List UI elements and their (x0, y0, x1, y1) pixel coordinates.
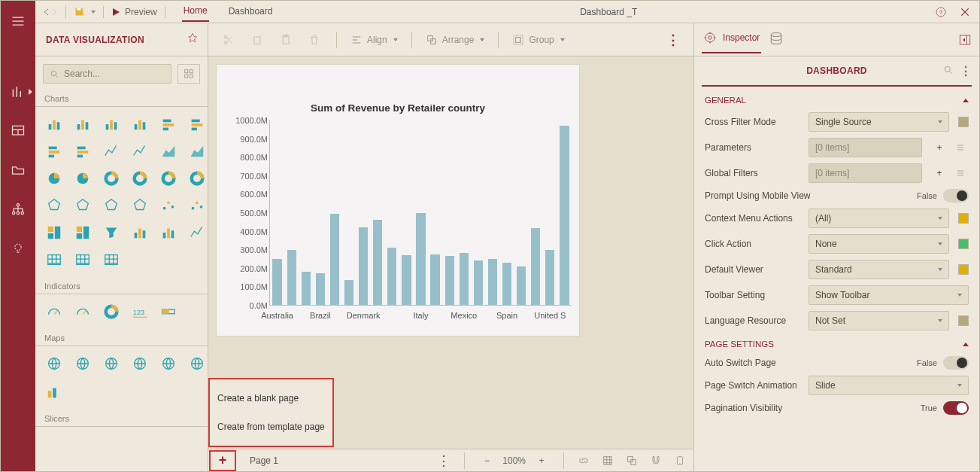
chart-type-icon[interactable] (129, 194, 151, 217)
prompt-mobile-toggle[interactable] (943, 189, 969, 203)
next-page-button[interactable] (50, 8, 58, 16)
list-parameter-button[interactable] (952, 139, 969, 156)
chart-type-icon[interactable] (43, 352, 65, 375)
click-action-select[interactable]: None (809, 234, 949, 254)
section-general[interactable]: GENERAL (694, 90, 979, 109)
chart-type-icon[interactable] (43, 113, 65, 136)
global-filters-input[interactable]: [0 items] (809, 163, 922, 183)
arrange-dropdown[interactable]: Arrange (426, 34, 485, 46)
chart-type-icon[interactable] (71, 140, 94, 163)
save-button[interactable] (74, 6, 96, 17)
auto-switch-toggle[interactable] (943, 356, 969, 370)
chart-type-icon[interactable] (43, 381, 65, 403)
zoom-out-button[interactable]: − (478, 452, 495, 469)
color-chip[interactable] (958, 117, 969, 127)
chart-type-icon[interactable] (71, 167, 94, 190)
chart-type-icon[interactable] (100, 140, 123, 163)
chart-type-icon[interactable] (100, 248, 123, 271)
chart-type-icon[interactable] (186, 113, 208, 136)
list-filter-button[interactable] (952, 165, 969, 181)
link-icon[interactable] (575, 452, 593, 470)
chart-type-icon[interactable] (71, 300, 94, 323)
chart-type-icon[interactable] (157, 221, 180, 244)
chart-type-icon[interactable] (186, 221, 208, 244)
add-filter-button[interactable]: + (931, 165, 948, 181)
search-input[interactable]: Search... (43, 64, 171, 84)
menu-item-create-template-page[interactable]: Create from template page (210, 413, 332, 441)
chart-type-icon[interactable] (129, 221, 151, 244)
chart-type-icon[interactable] (186, 167, 208, 190)
design-canvas[interactable]: Sum of Revenue by Retailer country 0.0M1… (208, 56, 693, 449)
pin-icon[interactable] (187, 32, 199, 47)
chart-type-icon[interactable] (157, 194, 180, 217)
page-switch-anim-select[interactable]: Slide (809, 376, 969, 395)
chart-type-icon[interactable] (43, 167, 65, 190)
chart-type-icon[interactable] (43, 140, 65, 163)
collapse-inspector-icon[interactable] (958, 33, 972, 47)
tab-data-icon[interactable] (767, 26, 785, 53)
color-chip[interactable] (958, 264, 969, 275)
color-chip[interactable] (958, 239, 969, 249)
chart-type-icon[interactable] (100, 167, 123, 190)
page-tab-more-icon[interactable]: ⋮ (429, 452, 458, 469)
toolbar-more-icon[interactable]: ⋮ (666, 32, 680, 48)
zoom-in-button[interactable]: + (533, 452, 550, 469)
chart-type-icon[interactable] (129, 167, 151, 190)
chart-type-icon[interactable] (186, 352, 208, 375)
chart-type-icon[interactable]: 123 (129, 300, 151, 323)
parameters-input[interactable]: [0 items] (809, 138, 922, 157)
add-parameter-button[interactable]: + (931, 139, 948, 156)
chart-type-icon[interactable] (71, 352, 94, 375)
grid-icon[interactable] (599, 452, 617, 470)
add-page-button[interactable]: + (209, 450, 236, 471)
chart-type-icon[interactable] (43, 300, 65, 323)
tab-home[interactable]: Home (182, 2, 209, 22)
chart-type-icon[interactable] (157, 140, 180, 163)
align-dropdown[interactable]: Align (350, 34, 398, 46)
chart-type-icon[interactable] (129, 352, 151, 375)
language-resource-select[interactable]: Not Set (809, 311, 949, 330)
group-dropdown[interactable]: Group (512, 34, 564, 46)
chart-type-icon[interactable] (100, 194, 123, 217)
snap-icon[interactable] (647, 452, 665, 470)
grid-view-toggle[interactable] (177, 64, 200, 84)
chart-type-icon[interactable] (100, 352, 123, 375)
color-chip[interactable] (958, 213, 969, 224)
chart-type-icon[interactable] (100, 221, 123, 244)
rail-hierarchy-icon[interactable] (5, 196, 31, 222)
close-icon[interactable] (958, 5, 972, 19)
chart-type-icon[interactable] (71, 194, 94, 217)
chart-type-icon[interactable] (100, 300, 123, 323)
section-page-settings[interactable]: PAGE SETTINGS (694, 333, 979, 353)
chart-type-icon[interactable] (157, 113, 180, 136)
chart-type-icon[interactable] (71, 113, 94, 136)
inspector-more-icon[interactable]: ⋮ (960, 64, 972, 78)
cross-filter-mode-select[interactable]: Single Source (809, 112, 949, 132)
overlap-icon[interactable] (623, 452, 641, 470)
chart-type-icon[interactable] (157, 352, 180, 375)
rail-folder-icon[interactable] (5, 157, 31, 183)
context-menu-select[interactable]: (All) (809, 209, 949, 228)
chart-type-icon[interactable] (43, 194, 65, 217)
toolbar-setting-select[interactable]: Show Toolbar (809, 285, 969, 305)
rail-bulb-icon[interactable] (5, 236, 31, 261)
mobile-icon[interactable] (671, 452, 689, 470)
prev-page-button[interactable] (43, 8, 50, 16)
menu-item-create-blank-page[interactable]: Create a blank page (210, 384, 332, 413)
preview-button[interactable]: Preview (111, 7, 157, 17)
chart-type-icon[interactable] (71, 221, 94, 244)
chart-type-icon[interactable] (43, 248, 65, 271)
chart-type-icon[interactable] (186, 140, 208, 163)
chart-type-icon[interactable] (129, 140, 151, 163)
pagination-toggle[interactable] (943, 401, 969, 415)
tab-dashboard[interactable]: Dashboard (227, 3, 275, 21)
chart-type-icon[interactable] (129, 113, 151, 136)
chart-type-icon[interactable] (43, 221, 65, 244)
default-viewer-select[interactable]: Standard (809, 260, 949, 279)
page-tab-1[interactable]: Page 1 (236, 452, 292, 469)
chart-type-icon[interactable] (186, 194, 208, 217)
color-chip[interactable] (958, 315, 969, 326)
help-icon[interactable]: ? (934, 5, 948, 19)
chart-card[interactable]: Sum of Revenue by Retailer country 0.0M1… (216, 64, 580, 336)
hamburger-icon[interactable] (5, 8, 31, 34)
